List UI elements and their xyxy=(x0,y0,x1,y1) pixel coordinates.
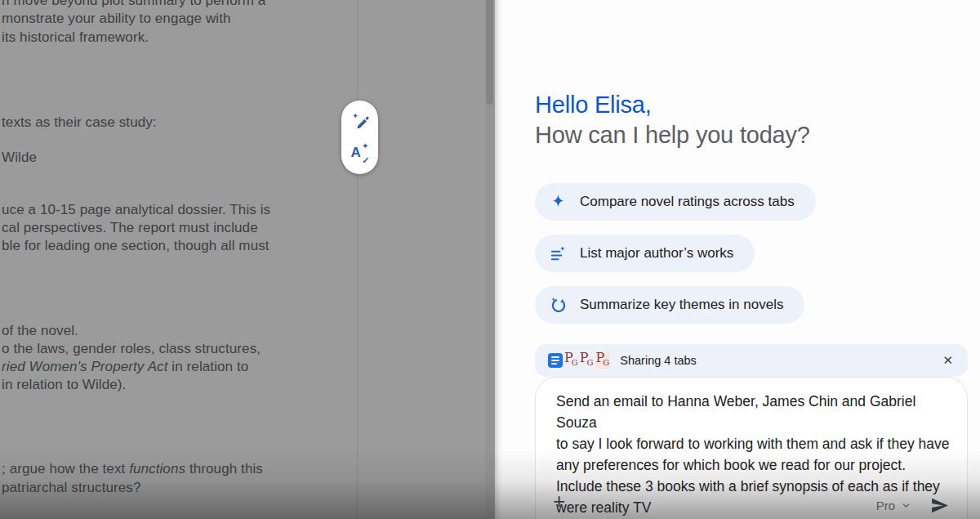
gutenberg-favicon: PG xyxy=(564,351,578,369)
chip-list-works[interactable]: List major author’s works xyxy=(535,235,755,272)
doc-line: monstrate your ability to engage with xyxy=(2,11,231,27)
screen: n move beyond plot summary to perform a … xyxy=(0,0,980,519)
doc-line: n move beyond plot summary to perform a xyxy=(2,0,265,9)
pencil-sparkle-icon xyxy=(350,111,370,131)
google-docs-favicon xyxy=(548,353,563,368)
close-icon[interactable]: ✕ xyxy=(941,350,955,371)
chip-label: Summarize key themes in novels xyxy=(580,297,783,313)
doc-line: texts as their case study: xyxy=(2,114,157,131)
greeting-name: Hello Elisa, xyxy=(535,90,810,120)
send-icon[interactable] xyxy=(929,495,950,516)
chevron-down-icon[interactable] xyxy=(901,500,911,511)
gemini-side-panel: Hello Elisa, How can I help you today? C… xyxy=(495,0,980,519)
page-edge-divider xyxy=(357,0,358,519)
doc-line: cal perspectives. The report must includ… xyxy=(2,220,258,236)
model-selector[interactable]: Pro xyxy=(876,499,895,512)
chip-summarize-themes[interactable]: Summarize key themes in novels xyxy=(535,286,804,324)
gutenberg-favicon: PG xyxy=(595,351,611,369)
chip-label: Compare novel ratings across tabs xyxy=(580,194,795,210)
help-me-write-button[interactable] xyxy=(349,110,372,132)
doc-line: ried Women's Property Act in relation to xyxy=(2,359,248,375)
doc-line: Wilde xyxy=(2,150,37,166)
doc-line: ble for leading one section, though all … xyxy=(2,238,270,254)
sharing-tabs-bar: PG PG PG Sharing 4 tabs ✕ xyxy=(535,344,968,377)
chip-label: List major author’s works xyxy=(580,245,733,262)
greeting: Hello Elisa, How can I help you today? xyxy=(535,90,810,150)
doc-line: ; argue how the text functions through t… xyxy=(2,461,263,477)
doc-line: patriarchal structures? xyxy=(2,480,140,496)
doc-line: in relation to Wilde). xyxy=(2,377,126,393)
document-scrollbar[interactable] xyxy=(485,0,494,519)
doc-line: o the laws, gender roles, class structur… xyxy=(2,341,261,357)
proofread-button[interactable]: A ✦ ✓ xyxy=(349,142,372,165)
list-sparkle-icon xyxy=(549,244,568,263)
add-attachment-button[interactable]: + xyxy=(553,490,565,512)
sharing-tabs-label: Sharing 4 tabs xyxy=(620,354,941,367)
gutenberg-favicon: PG xyxy=(580,351,594,369)
prompt-input-card[interactable]: Send an email to Hanna Weber, James Chin… xyxy=(535,377,968,519)
scrollbar-thumb[interactable] xyxy=(486,0,493,105)
document-canvas[interactable]: n move beyond plot summary to perform a … xyxy=(0,0,495,519)
greeting-question: How can I help you today? xyxy=(535,120,810,150)
doc-line: uce a 10-15 page analytical dossier. Thi… xyxy=(2,202,270,218)
refresh-sparkle-icon xyxy=(549,296,568,315)
proofread-a-icon: A ✦ ✓ xyxy=(350,144,370,163)
doc-line: its historical framework. xyxy=(2,29,149,46)
doc-line: of the novel. xyxy=(2,323,78,339)
chip-compare-ratings[interactable]: Compare novel ratings across tabs xyxy=(535,183,816,221)
sparkle-icon xyxy=(549,193,568,212)
writing-tools-pill: A ✦ ✓ xyxy=(341,101,378,174)
